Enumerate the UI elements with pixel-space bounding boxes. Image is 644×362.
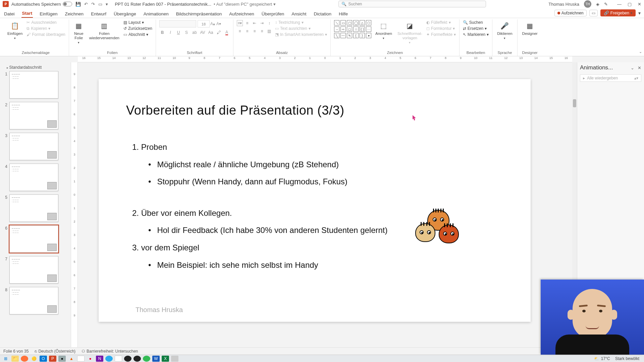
format-painter-button[interactable]: 🖌Format übertragen [26,32,65,37]
ribbon-options-icon[interactable]: ▾ [638,10,641,16]
diamond-icon[interactable]: ◈ [596,2,599,7]
vlc-icon[interactable]: ▲ [68,356,75,362]
slide-canvas-area[interactable]: Vorbereiten auf die Präsentation (3/3) 1… [78,62,577,347]
user-name[interactable]: Thomas Hruska [548,2,579,7]
linespacing-icon[interactable]: ↕ [266,20,272,26]
slide-title[interactable]: Vorbereiten auf die Präsentation (3/3) [126,103,344,118]
tab-entwurf[interactable]: Entwurf [90,10,107,18]
telegram-icon[interactable] [105,356,113,362]
slide-thumb-3[interactable]: 3— — — —· — — —· — — — [3,133,69,160]
outline-button[interactable]: ◻Formkontur ▾ [426,26,456,31]
copy-button[interactable]: ⧉Kopieren ▾ [26,26,65,31]
toggle-icon[interactable] [63,2,72,6]
present-mode-icon[interactable]: ▭ [589,10,598,16]
outlook-icon[interactable]: O [40,356,47,362]
bullets-icon[interactable]: ≡▾ [237,20,243,26]
close-icon[interactable]: ✕ [638,2,641,7]
smartart-button[interactable]: ⬔In SmartArt konvertieren ▾ [275,32,327,37]
slide-body[interactable]: 1. Proben Möglichst reale / ähnliche Umg… [132,139,388,273]
weather-widget[interactable]: ⛅ 17°C Stark bewölkt [594,356,642,361]
tab-zeichnen[interactable]: Zeichnen [64,10,85,18]
spacing-icon[interactable]: AV [200,29,206,36]
slide-counter[interactable]: Folie 6 von 35 [3,349,29,354]
obs-icon[interactable] [124,356,131,362]
slide-thumbnail-panel[interactable]: Standardabschnitt 1— — — —· — — —· — — —… [0,62,71,347]
align-center-icon[interactable]: ≡ [244,28,250,34]
start-icon[interactable]: ⊞ [2,356,9,362]
font-family-select[interactable] [159,20,196,27]
app-icon-6[interactable] [143,356,150,362]
justify-icon[interactable]: ≡ [259,28,265,34]
font-size-select[interactable]: 18 [198,20,210,27]
reuse-slides-button[interactable]: ▥ Folien wiederverwenden [88,20,121,41]
select-button[interactable]: ↖Markieren ▾ [463,32,489,37]
tab-einfuegen[interactable]: Einfügen [39,10,58,18]
decrease-font-icon[interactable]: A▾ [216,21,222,27]
designer-button[interactable]: ▦ Designer [521,20,539,37]
case-icon[interactable]: Aa [208,29,214,36]
arrange-button[interactable]: ⬚ Anordnen▾ [374,20,393,41]
slide-thumb-4[interactable]: 4— — — —· — — —· — — — [3,164,69,191]
italic-icon[interactable]: I [167,29,173,36]
tab-start[interactable]: Start [21,9,33,18]
start-from-beginning-icon[interactable]: ▭ [98,2,102,7]
indent-icon[interactable]: ⇥ [259,20,265,26]
align-left-icon[interactable]: ≡ [237,28,243,34]
app-icon-2[interactable] [77,356,85,362]
tab-ueberpruefen[interactable]: Überprüfen [261,10,285,18]
minimize-icon[interactable]: — [617,2,622,7]
shadow-icon[interactable]: ab [192,29,198,36]
chrome-icon[interactable]: 🟡 [30,356,38,362]
paste-button[interactable]: 📋 Einfügen ▾ [6,20,24,41]
align-right-icon[interactable]: ≡ [252,28,258,34]
dictate-button[interactable]: 🎤 Diktieren▾ [496,20,514,41]
shapes-gallery[interactable]: ＼▭▢◯△⬠ →⇨◻☆{ }⋯ ╲〰✎{}▾ [334,20,371,38]
increase-font-icon[interactable]: A▴ [210,21,216,27]
record-button[interactable]: Aufzeichnen [554,10,587,16]
tab-datei[interactable]: Datei [3,10,15,18]
share-button[interactable]: 🔗 Freigeben ▾ [600,9,636,16]
section-header[interactable]: Standardabschnitt [3,64,69,71]
app-icon-4[interactable] [115,356,122,362]
slide-thumb-8[interactable]: 8— — — —· — — —· — — — [3,287,69,314]
search-input[interactable]: 🔍 Suchen [338,1,486,7]
undo-icon[interactable]: ↶ [84,2,88,7]
tab-animationen[interactable]: Animationen [143,10,169,18]
coming-soon-icon[interactable]: ✎ [604,2,608,7]
app-icon-3[interactable]: ● [87,356,94,362]
tab-uebergaenge[interactable]: Übergänge [113,10,137,18]
slide-thumb-2[interactable]: 2— — — —· — — —· — — — [3,102,69,129]
bold-icon[interactable]: B [159,29,165,36]
section-button[interactable]: ▭Abschnitt ▾ [123,32,152,37]
slide-thumb-6[interactable]: 6— — — —· — — —· — — — [3,225,69,253]
tab-aufzeichnen[interactable]: Aufzeichnen [228,10,255,18]
maximize-icon[interactable]: ▢ [628,2,632,7]
pane-collapse-icon[interactable]: ⌄ [631,65,634,70]
underline-icon[interactable]: U [175,29,181,36]
onenote-icon[interactable]: N [96,356,103,362]
fill-button[interactable]: ◐Fülleffekt ▾ [426,20,456,25]
app-icon-7[interactable] [171,356,178,362]
slide-canvas[interactable]: Vorbereiten auf die Präsentation (3/3) 1… [99,79,531,322]
layout-button[interactable]: ▤Layout ▾ [123,20,152,25]
columns-icon[interactable]: ▥ [266,28,272,34]
new-slide-button[interactable]: ▦ Neue Folie▾ [72,20,85,45]
app-icon-1[interactable]: ● [58,356,66,362]
tab-bildschirm[interactable]: Bildschirmpräsentation [175,10,223,18]
align-text-button[interactable]: ▭Text ausrichten ▾ [275,26,327,31]
quick-styles-button[interactable]: ◪ Schnellformat- vorlagen▾ [396,20,424,45]
reset-button[interactable]: ↺Zurücksetzen [123,26,152,31]
explorer-icon[interactable]: 📁 [11,356,19,362]
chevron-down-icon[interactable]: ▾ [273,2,276,7]
find-button[interactable]: 🔍Suchen [463,20,489,25]
text-direction-button[interactable]: ↕Textrichtung ▾ [275,20,327,25]
tab-hilfe[interactable]: Hilfe [338,10,348,18]
slide-thumb-7[interactable]: 7— — — —· — — —· — — — [3,256,69,284]
highlight-icon[interactable]: 🖍 [216,29,222,36]
user-avatar[interactable]: TH [584,0,591,8]
excel-icon[interactable]: X [162,356,169,362]
dedent-icon[interactable]: ⇤ [252,20,258,26]
effects-button[interactable]: ✦Formeffekte ▾ [426,32,456,37]
pane-close-icon[interactable]: ✕ [638,65,641,70]
tab-dictation[interactable]: Dictation [313,10,332,18]
